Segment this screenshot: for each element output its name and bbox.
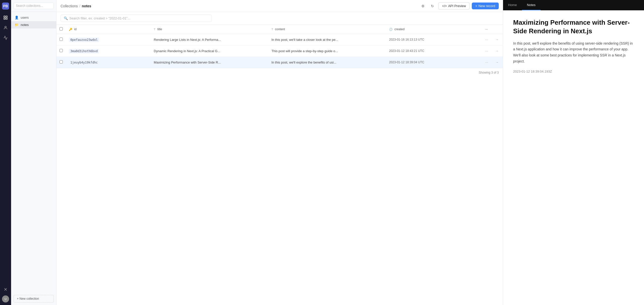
sidebar-item-notes[interactable]: 📁 notes	[11, 21, 56, 28]
sidebar-item-users-label: users	[21, 16, 29, 19]
right-panel: Home Notes Maximizing Performance with S…	[503, 0, 644, 305]
record-title: Maximizing Performance with Server-Side …	[513, 18, 634, 36]
search-box	[11, 0, 56, 12]
svg-point-4	[5, 26, 6, 28]
record-date: 2023-01-12 18:39:04.193Z	[513, 70, 634, 73]
row-expand-button[interactable]: →	[494, 48, 500, 54]
refresh-button[interactable]: ↻	[429, 2, 436, 10]
row-more[interactable]: ···	[482, 45, 491, 57]
table-header: 🔑 id T title T content 🕐 created	[56, 25, 503, 34]
main-header: Collections / notes ⚙ ↻ </> API Preview …	[56, 0, 503, 12]
search-collections-input[interactable]	[14, 3, 54, 9]
row-content: In this post, we'll explore the benefits…	[268, 57, 386, 68]
row-arrow[interactable]: →	[491, 34, 503, 45]
main-content: Collections / notes ⚙ ↻ </> API Preview …	[56, 0, 503, 305]
row-id: 1jeuyb4y19kfdhc	[66, 57, 151, 68]
record-body: In this post, we'll explore the benefits…	[513, 41, 634, 65]
right-panel-header: Home Notes	[503, 0, 644, 10]
row-content: In this post, we'll take a closer look a…	[268, 34, 386, 45]
row-created: 2023-01-16 16:13:13 UTC	[386, 34, 482, 45]
code-icon: </>	[442, 4, 447, 8]
users-icon[interactable]	[2, 24, 10, 32]
table-row[interactable]: 0pefauzxo23wdol Rendering Large Lists in…	[56, 34, 503, 45]
showing-text: Showing 3 of 3	[56, 68, 503, 77]
breadcrumb-current: notes	[82, 4, 91, 8]
table-row[interactable]: 1jeuyb4y19kfdhc Maximizing Performance w…	[56, 57, 503, 68]
row-checkbox-cell	[56, 34, 66, 45]
users-collection-icon: 👤	[15, 16, 19, 19]
new-record-label: New record	[479, 4, 495, 8]
row-id: 3ma0d3ihoth6bvd	[66, 45, 151, 57]
user-avatar[interactable]: U	[2, 295, 9, 302]
notes-collection-icon: 📁	[15, 23, 19, 27]
tab-home[interactable]: Home	[503, 0, 522, 10]
row-checkbox-cell	[56, 45, 66, 57]
api-preview-label: API Preview	[448, 4, 466, 8]
svg-rect-1	[6, 16, 7, 17]
row-created: 2023-01-12 18:39:04 UTC	[386, 57, 482, 68]
breadcrumb: Collections / notes	[61, 4, 91, 8]
close-icon[interactable]	[2, 285, 10, 293]
row-id: 0pefauzxo23wdol	[66, 34, 151, 45]
new-collection-button[interactable]: + New collection	[14, 295, 54, 302]
row-title: Rendering Large Lists in Next.js: A Perf…	[151, 34, 269, 45]
col-more: ···	[482, 25, 491, 34]
api-preview-button[interactable]: </> API Preview	[438, 2, 470, 10]
settings-button[interactable]: ⚙	[419, 2, 427, 10]
col-content: T content	[268, 25, 386, 34]
row-checkbox[interactable]	[60, 49, 63, 52]
svg-rect-0	[4, 16, 5, 17]
records-table: 🔑 id T title T content 🕐 created	[56, 25, 503, 68]
collections-sidebar: 👤 users 📁 notes + New collection	[11, 0, 56, 305]
col-created: 🕐 created	[386, 25, 482, 34]
new-collection-label: + New collection	[17, 297, 39, 300]
filter-input-wrapper: 🔍	[61, 15, 212, 22]
breadcrumb-separator: /	[79, 4, 80, 8]
row-arrow[interactable]: →	[491, 57, 503, 68]
plus-icon: +	[475, 4, 477, 8]
row-arrow[interactable]: →	[491, 45, 503, 57]
table-container: 🔑 id T title T content 🕐 created	[56, 25, 503, 305]
row-checkbox[interactable]	[60, 38, 63, 41]
collections-icon[interactable]	[2, 14, 10, 22]
row-created: 2023-01-12 18:43:21 UTC	[386, 45, 482, 57]
filter-bar: 🔍	[56, 12, 503, 25]
header-actions: ⚙ ↻ </> API Preview + New record	[419, 2, 499, 10]
col-arrow	[491, 25, 503, 34]
select-all-checkbox[interactable]	[60, 27, 63, 30]
breadcrumb-root: Collections	[61, 4, 78, 8]
right-panel-content: Maximizing Performance with Server-Side …	[503, 10, 644, 305]
sidebar-item-notes-label: notes	[21, 23, 29, 27]
new-record-button[interactable]: + New record	[472, 3, 499, 9]
tab-notes[interactable]: Notes	[522, 0, 541, 10]
filter-input[interactable]	[69, 16, 209, 20]
row-content: This post will provide a step-by-step gu…	[268, 45, 386, 57]
row-checkbox-cell	[56, 57, 66, 68]
col-id: 🔑 id	[66, 25, 151, 34]
app-logo: PB	[2, 3, 9, 10]
svg-rect-3	[6, 18, 7, 19]
row-expand-button[interactable]: →	[494, 37, 500, 43]
icon-sidebar: PB U	[0, 0, 11, 305]
collections-list: 👤 users 📁 notes	[11, 12, 56, 292]
row-title: Maximizing Performance with Server-Side …	[151, 57, 269, 68]
row-checkbox[interactable]	[60, 60, 63, 64]
row-more[interactable]: ···	[482, 57, 491, 68]
row-more[interactable]: ···	[482, 34, 491, 45]
col-title: T title	[151, 25, 269, 34]
table-body: 0pefauzxo23wdol Rendering Large Lists in…	[56, 34, 503, 68]
row-title: Dynamic Rendering in Next.js: A Practica…	[151, 45, 269, 57]
sidebar-item-users[interactable]: 👤 users	[11, 14, 56, 21]
col-checkbox	[56, 25, 66, 34]
table-row[interactable]: 3ma0d3ihoth6bvd Dynamic Rendering in Nex…	[56, 45, 503, 57]
search-icon: 🔍	[64, 16, 68, 20]
analytics-icon[interactable]	[2, 34, 10, 42]
svg-rect-2	[4, 18, 5, 19]
row-expand-button[interactable]: →	[494, 59, 500, 65]
